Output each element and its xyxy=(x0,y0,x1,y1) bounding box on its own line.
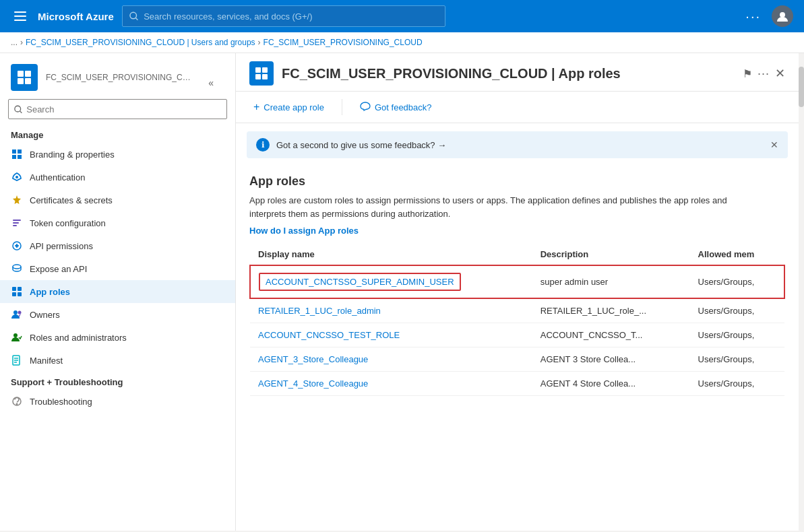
svg-rect-0 xyxy=(14,11,26,13)
breadcrumb-link-2[interactable]: FC_SCIM_USER_PROVISIONING_CLOUD xyxy=(264,38,423,47)
table-row[interactable]: AGENT_4_Store_ColleagueAGENT 4 Store Col… xyxy=(250,372,784,396)
user-avatar[interactable] xyxy=(772,5,793,27)
role-description: RETAILER_1_LUC_role_... xyxy=(532,298,690,323)
svg-rect-10 xyxy=(12,155,16,159)
svg-point-6 xyxy=(15,106,21,112)
info-icon: ℹ xyxy=(256,138,270,152)
sidebar-header: FC_SCIM_USER_PROVISIONING_CLOUD | App ro… xyxy=(0,53,235,96)
authentication-label: Authentication xyxy=(30,172,85,182)
breadcrumb-dots[interactable]: ... xyxy=(11,38,18,47)
sidebar-item-certificates[interactable]: Certificates & secrets xyxy=(0,189,235,211)
plus-icon: + xyxy=(253,101,259,113)
sidebar-collapse-button[interactable]: « xyxy=(203,75,219,91)
feedback-icon xyxy=(360,102,371,113)
manifest-icon xyxy=(11,354,23,366)
app-roles-description: App roles are custom roles to assign per… xyxy=(249,194,735,220)
sidebar-item-troubleshooting[interactable]: Troubleshooting xyxy=(0,390,235,413)
svg-rect-14 xyxy=(13,222,19,224)
help-link[interactable]: How do I assign App roles xyxy=(249,226,359,236)
search-icon xyxy=(129,11,138,21)
page-title: FC_SCIM_USER_PROVISIONING_CLOUD | App ro… xyxy=(282,66,621,81)
api-label: API permissions xyxy=(30,241,93,251)
sidebar-item-approles[interactable]: App roles xyxy=(0,280,235,303)
app-roles-section: App roles App roles are custom roles to … xyxy=(236,166,799,244)
sidebar-search-input[interactable] xyxy=(26,104,221,114)
col-display-name: Display name xyxy=(250,244,532,265)
svg-point-5 xyxy=(780,12,785,18)
content-scrollbar[interactable] xyxy=(799,53,804,531)
svg-line-7 xyxy=(20,111,22,113)
support-section-label: Support + Troubleshooting xyxy=(0,372,235,390)
role-display-name-link[interactable]: AGENT_3_Store_Colleague xyxy=(258,354,368,364)
role-display-name-link[interactable]: AGENT_4_Store_Colleague xyxy=(258,378,368,389)
svg-point-25 xyxy=(13,333,18,337)
main-layout: FC_SCIM_USER_PROVISIONING_CLOUD | App ro… xyxy=(0,53,804,531)
table-row[interactable]: ACCOUNT_CNCTSSO_SUPER_ADMIN_USERsuper ad… xyxy=(250,265,784,298)
more-options-button[interactable]: ··· xyxy=(745,9,761,24)
role-display-name-link[interactable]: ACCOUNT_CNCTSSO_SUPER_ADMIN_USER xyxy=(259,273,461,291)
table-row[interactable]: ACCOUNT_CNCSSO_TEST_ROLEACCOUNT_CNCSSO_T… xyxy=(250,323,784,347)
certificates-icon xyxy=(11,194,23,206)
col-allowed: Allowed mem xyxy=(690,244,784,265)
certificates-label: Certificates & secrets xyxy=(30,195,113,205)
sidebar-item-owners[interactable]: Owners xyxy=(0,303,235,326)
global-search-input[interactable] xyxy=(144,11,438,22)
table-row[interactable]: AGENT_3_Store_ColleagueAGENT 3 Store Col… xyxy=(250,347,784,372)
sidebar-search-box[interactable] xyxy=(8,99,227,119)
sidebar-item-expose[interactable]: Expose an API xyxy=(0,257,235,280)
branding-label: Branding & properties xyxy=(30,149,115,160)
rolesadmin-icon xyxy=(11,331,23,343)
svg-rect-20 xyxy=(18,287,22,291)
content-body: ℹ Got a second to give us some feedback?… xyxy=(236,123,799,531)
col-description: Description xyxy=(532,244,690,265)
create-btn-label: Create app role xyxy=(264,102,324,112)
app-icon xyxy=(11,64,38,91)
sidebar-item-branding[interactable]: Branding & properties xyxy=(0,143,235,166)
sidebar-app-title: FC_SCIM_USER_PROVISIONING_CLOUD | App ro… xyxy=(46,73,195,82)
svg-rect-13 xyxy=(13,220,21,221)
rolesadmin-label: Roles and administrators xyxy=(30,333,127,343)
svg-line-4 xyxy=(135,18,137,20)
create-app-role-button[interactable]: + Create app role xyxy=(247,97,331,117)
content-more-options[interactable]: ··· xyxy=(757,67,770,81)
sidebar-item-token[interactable]: Token configuration xyxy=(0,211,235,234)
role-display-name-link[interactable]: ACCOUNT_CNCSSO_TEST_ROLE xyxy=(258,330,400,340)
svg-rect-8 xyxy=(12,149,16,154)
feedback-banner: ℹ Got a second to give us some feedback?… xyxy=(247,131,788,158)
token-label: Token configuration xyxy=(30,218,106,228)
table-header-row: Display name Description Allowed mem xyxy=(250,244,784,265)
role-allowed-members: Users/Groups, xyxy=(690,347,784,372)
svg-point-31 xyxy=(16,403,18,405)
sidebar-item-rolesadmin[interactable]: Roles and administrators xyxy=(0,326,235,349)
sidebar-item-api[interactable]: API permissions xyxy=(0,234,235,257)
breadcrumb-sep-1: › xyxy=(20,38,23,47)
svg-point-18 xyxy=(13,265,21,269)
svg-rect-19 xyxy=(12,287,16,291)
feedback-banner-close[interactable]: ✕ xyxy=(770,139,778,150)
manage-section-label: Manage xyxy=(0,125,235,143)
hamburger-menu[interactable] xyxy=(11,11,30,21)
roles-table: Display name Description Allowed mem ACC… xyxy=(249,244,785,396)
svg-rect-2 xyxy=(14,20,26,21)
role-display-name-link[interactable]: RETAILER_1_LUC_role_admin xyxy=(258,306,381,316)
sidebar: FC_SCIM_USER_PROVISIONING_CLOUD | App ro… xyxy=(0,53,236,531)
pin-icon[interactable]: ⚑ xyxy=(743,67,752,80)
content-toolbar: + Create app role Got feedback? xyxy=(236,92,799,123)
close-button[interactable]: ✕ xyxy=(775,66,785,81)
feedback-button[interactable]: Got feedback? xyxy=(353,98,439,117)
sidebar-item-authentication[interactable]: Authentication xyxy=(0,166,235,189)
global-search-box[interactable] xyxy=(122,5,445,27)
scrollbar-thumb[interactable] xyxy=(799,67,804,107)
table-row[interactable]: RETAILER_1_LUC_role_adminRETAILER_1_LUC_… xyxy=(250,298,784,323)
content-area: FC_SCIM_USER_PROVISIONING_CLOUD | App ro… xyxy=(236,53,799,531)
role-allowed-members: Users/Groups, xyxy=(690,298,784,323)
owners-label: Owners xyxy=(30,310,60,320)
svg-rect-15 xyxy=(13,225,17,226)
sidebar-scroll-area: Manage Branding & properties Authenticat… xyxy=(0,125,235,531)
expose-icon xyxy=(11,263,23,275)
svg-rect-11 xyxy=(18,155,22,159)
sidebar-item-manifest[interactable]: Manifest xyxy=(0,349,235,372)
svg-rect-1 xyxy=(14,15,26,17)
top-navigation: Microsoft Azure ··· xyxy=(0,0,804,32)
breadcrumb-link-1[interactable]: FC_SCIM_USER_PROVISIONING_CLOUD | Users … xyxy=(26,38,255,47)
